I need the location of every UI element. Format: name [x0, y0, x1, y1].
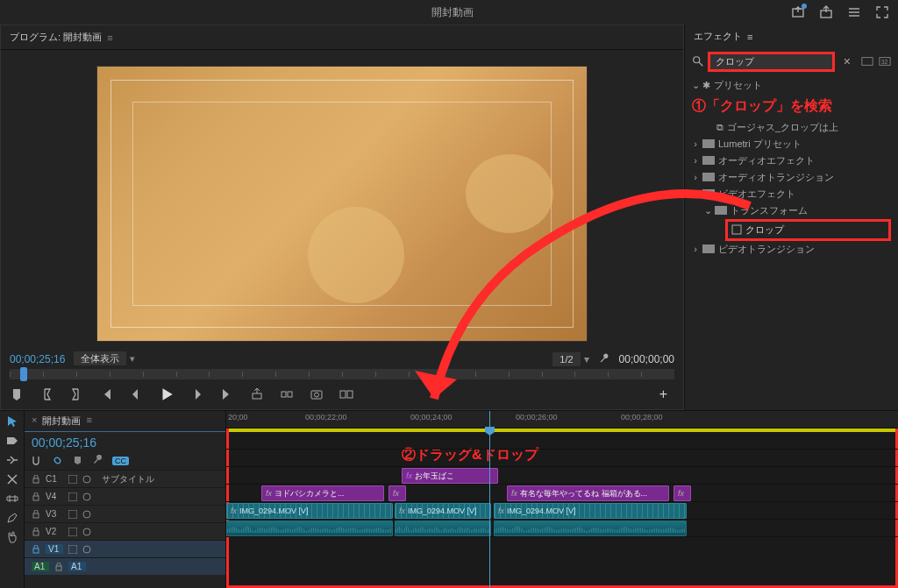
settings-tl-icon[interactable] [92, 455, 103, 466]
track-head-c1[interactable]: C1 サブタイトル [25, 470, 225, 487]
track-head-a1[interactable]: A1 A1 [25, 557, 225, 575]
track-head-v4[interactable]: V4 [25, 487, 225, 505]
clip-v1c[interactable]: fxIMG_0294.MOV [V] [494, 503, 687, 519]
32bit-effects-icon[interactable]: 32 [879, 56, 891, 67]
zoom-level-select[interactable]: 全体表示▾ [74, 352, 135, 365]
safe-margin-inner [132, 102, 552, 306]
clip-a1a[interactable] [226, 521, 393, 536]
effects-panel-tab[interactable]: エフェクト ≡ [685, 25, 898, 48]
mark-out-icon[interactable] [69, 387, 83, 401]
clip-v2a[interactable]: fxヨドバシカメラと... [261, 485, 384, 501]
button-editor-icon[interactable]: + [659, 386, 667, 402]
transport-bar: + [1, 381, 683, 409]
linked-selection-icon[interactable] [52, 455, 63, 466]
track-head-v3[interactable]: V3 [25, 505, 225, 522]
export-icon[interactable] [819, 5, 833, 19]
step-back-icon[interactable] [129, 387, 143, 401]
tree-video-fx[interactable]: ⌄ビデオエフェクト [685, 186, 898, 202]
program-scrubber[interactable] [10, 369, 674, 379]
selection-tool-icon[interactable] [5, 414, 19, 429]
lift-icon[interactable] [250, 387, 264, 401]
program-panel-title: プログラム: 開封動画 [10, 31, 102, 44]
sequence-tab[interactable]: × 開封動画 ≡ [25, 411, 225, 432]
timeline-timecode[interactable]: 00;00;25;16 [25, 432, 225, 453]
timeline-ruler[interactable]: 20;00 00;00;22;00 00;00;24;00 00;00;26;0… [226, 411, 898, 429]
hand-tool-icon[interactable] [5, 530, 19, 544]
tree-audio-tr[interactable]: ›オーディオトランジション [685, 169, 898, 186]
svg-point-22 [83, 476, 90, 483]
program-timecode-current[interactable]: 00;00;25;16 [10, 353, 65, 365]
workspace-menu-icon[interactable] [847, 5, 861, 19]
track-a1[interactable] [226, 520, 898, 537]
tree-presets[interactable]: ⌄✱プリセット [685, 77, 898, 94]
tree-video-tr[interactable]: ›ビデオトランジション [685, 241, 898, 258]
share-review-icon[interactable] [791, 5, 805, 19]
svg-rect-24 [68, 492, 77, 501]
accelerated-effects-icon[interactable] [861, 56, 873, 67]
clip-v3a[interactable]: fxお年玉ばこ [402, 468, 498, 484]
extract-icon[interactable] [280, 387, 294, 401]
snap-icon[interactable] [32, 455, 43, 466]
program-panel-tab[interactable]: プログラム: 開封動画 ≡ [1, 25, 683, 50]
clip-v1a[interactable]: fxIMG_0294.MOV [V] [226, 503, 393, 519]
razor-tool-icon[interactable] [5, 472, 19, 486]
clip-v2b[interactable]: fx有名な毎年やってるね 福箱がある... [507, 485, 669, 501]
clip-a1c[interactable] [494, 521, 687, 536]
captions-badge[interactable]: CC [112, 457, 129, 465]
svg-rect-8 [347, 391, 353, 398]
add-marker-tl-icon[interactable] [72, 455, 83, 466]
track-head-v1[interactable]: V1 [25, 540, 225, 557]
effects-search-box[interactable] [708, 52, 835, 72]
clip-a1b[interactable] [395, 521, 491, 536]
timeline-canvas[interactable]: 20;00 00;00;22;00 00;00;24;00 00;00;26;0… [226, 411, 898, 588]
svg-rect-30 [68, 528, 77, 536]
go-to-in-icon[interactable] [99, 387, 113, 401]
effects-panel: エフェクト ≡ × 32 ⌄✱プリセット ①「クロップ」を検索 ⧉ゴージャス_ク… [684, 25, 898, 410]
settings-wrench-icon[interactable] [598, 353, 610, 365]
clip-v2gap[interactable]: fx [388, 485, 406, 501]
clip-v1b[interactable]: fxIMG_0294.MOV [V] [395, 503, 491, 519]
step-forward-icon[interactable] [190, 387, 204, 401]
tree-lumetri[interactable]: ›Lumetri プリセット [685, 136, 898, 152]
svg-rect-27 [68, 510, 77, 519]
clip-v2c[interactable]: fx [674, 485, 691, 501]
track-c1[interactable] [226, 432, 898, 450]
svg-point-9 [694, 57, 700, 63]
playback-resolution-select[interactable]: 1/2▾ [552, 353, 588, 365]
fullscreen-icon[interactable] [875, 5, 889, 19]
pen-tool-icon[interactable] [5, 511, 19, 525]
sequence-menu-icon[interactable]: ≡ [86, 414, 91, 428]
mark-in-icon[interactable] [39, 387, 53, 401]
tree-preset-crop[interactable]: ⧉ゴージャス_クロップは上 [685, 119, 898, 136]
track-v3[interactable]: fxお年玉ばこ [226, 467, 898, 485]
effects-search-input[interactable] [716, 57, 827, 67]
track-v2[interactable]: fxヨドバシカメラと... fx fx有名な毎年やってるね 福箱がある... f… [226, 485, 898, 502]
track-head-v2[interactable]: V2 [25, 522, 225, 540]
svg-rect-16 [702, 189, 715, 198]
slip-tool-icon[interactable] [5, 492, 19, 506]
track-v4[interactable] [226, 450, 898, 467]
add-marker-icon[interactable] [10, 387, 24, 401]
effect-crop-label: クロップ [745, 223, 784, 237]
clear-search-icon[interactable]: × [844, 54, 851, 68]
track-v1[interactable]: fxIMG_0294.MOV [V] fxIMG_0294.MOV [V] fx… [226, 502, 898, 520]
svg-rect-15 [702, 173, 715, 181]
effects-tree: ⌄✱プリセット ①「クロップ」を検索 ⧉ゴージャス_クロップは上 ›Lumetr… [685, 75, 898, 259]
svg-rect-20 [33, 478, 39, 483]
effect-crop[interactable]: クロップ [725, 219, 891, 241]
program-monitor[interactable] [96, 66, 588, 342]
tree-transform[interactable]: ⌄トランスフォーム [685, 202, 898, 219]
ripple-edit-tool-icon[interactable] [5, 453, 19, 467]
export-frame-icon[interactable] [310, 387, 324, 401]
effects-panel-menu-icon[interactable]: ≡ [747, 32, 752, 42]
go-to-out-icon[interactable] [220, 387, 234, 401]
play-button[interactable] [159, 386, 175, 402]
svg-rect-7 [340, 391, 346, 398]
scrubber-handle[interactable] [20, 367, 27, 381]
track-select-tool-icon[interactable] [5, 434, 19, 448]
tree-audio-fx[interactable]: ›オーディオエフェクト [685, 152, 898, 169]
program-panel-menu-icon[interactable]: ≡ [107, 32, 112, 43]
comparison-view-icon[interactable] [339, 387, 353, 401]
svg-rect-19 [702, 244, 715, 253]
playhead[interactable] [489, 411, 490, 588]
